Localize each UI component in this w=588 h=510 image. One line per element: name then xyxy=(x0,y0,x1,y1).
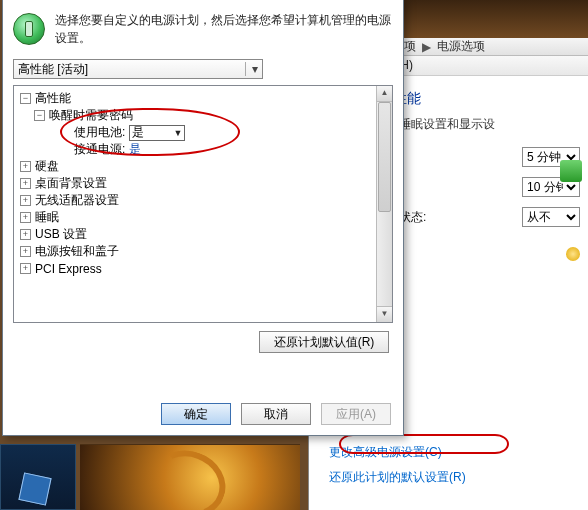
power-options-dialog: 选择您要自定义的电源计划，然后选择您希望计算机管理的电源设置。 高性能 [活动]… xyxy=(2,0,404,436)
collapse-icon[interactable]: − xyxy=(34,110,45,121)
tree-item-on-battery[interactable]: 使用电池: 是 ▼ xyxy=(20,124,392,141)
tree-item-desktop-bg[interactable]: + 桌面背景设置 xyxy=(20,175,392,192)
tree-item-usb[interactable]: + USB 设置 xyxy=(20,226,392,243)
chevron-right-icon: ▶ xyxy=(422,40,431,54)
tree-label: 高性能 xyxy=(35,90,71,107)
collapse-icon[interactable]: − xyxy=(20,93,31,104)
expand-icon[interactable]: + xyxy=(20,229,31,240)
tree-item-hdd[interactable]: + 硬盘 xyxy=(20,158,392,175)
taskbar-tile xyxy=(0,444,76,510)
tree-label: USB 设置 xyxy=(35,226,87,243)
chevron-down-icon: ▼ xyxy=(173,128,182,138)
cancel-button[interactable]: 取消 xyxy=(241,403,311,425)
background-artwork xyxy=(80,444,300,510)
expand-icon[interactable]: + xyxy=(20,212,31,223)
tree-item-root[interactable]: − 高性能 xyxy=(20,90,392,107)
dialog-description: 选择您要自定义的电源计划，然后选择您希望计算机管理的电源设置。 xyxy=(55,11,393,47)
restore-row: 还原计划默认值(R) xyxy=(3,331,389,353)
sun-icon xyxy=(566,247,580,261)
tree-label: 接通电源: xyxy=(74,141,125,158)
link-restore-defaults[interactable]: 还原此计划的默认设置(R) xyxy=(329,469,580,486)
link-advanced-power[interactable]: 更改高级电源设置(C) xyxy=(329,444,580,461)
sleep-select[interactable]: 从不 xyxy=(522,207,580,227)
tree-label: PCI Express xyxy=(35,262,102,276)
ok-button[interactable]: 确定 xyxy=(161,403,231,425)
app-icon xyxy=(18,472,51,505)
power-plan-icon xyxy=(13,13,45,45)
breadcrumb-item[interactable]: 电源选项 xyxy=(437,38,485,55)
scroll-down-button[interactable]: ▼ xyxy=(377,306,392,322)
battery-icon xyxy=(560,160,582,182)
apply-button[interactable]: 应用(A) xyxy=(321,403,391,425)
dropdown-value: 是 xyxy=(132,124,144,141)
tree-label: 电源按钮和盖子 xyxy=(35,243,119,260)
tree-label: 使用电池: xyxy=(74,124,125,141)
expand-icon[interactable]: + xyxy=(20,195,31,206)
tree-item-wireless[interactable]: + 无线适配器设置 xyxy=(20,192,392,209)
tree-item-plugged-in[interactable]: 接通电源: 是 xyxy=(20,141,392,158)
tree-label: 唤醒时需要密码 xyxy=(49,107,133,124)
plan-dropdown-value: 高性能 [活动] xyxy=(18,61,88,78)
chevron-down-icon: ▾ xyxy=(245,62,258,76)
tree-item-sleep[interactable]: + 睡眠 xyxy=(20,209,392,226)
scrollbar[interactable]: ▲ ▼ xyxy=(376,86,392,322)
plugged-in-value[interactable]: 是 xyxy=(129,141,141,158)
tree-label: 硬盘 xyxy=(35,158,59,175)
expand-icon[interactable]: + xyxy=(20,246,31,257)
tree-item-wake-password[interactable]: − 唤醒时需要密码 xyxy=(20,107,392,124)
tree-item-power-buttons[interactable]: + 电源按钮和盖子 xyxy=(20,243,392,260)
dialog-buttons: 确定 取消 应用(A) xyxy=(161,403,391,425)
dialog-header: 选择您要自定义的电源计划，然后选择您希望计算机管理的电源设置。 xyxy=(3,7,403,55)
tree-label: 无线适配器设置 xyxy=(35,192,119,209)
scroll-up-button[interactable]: ▲ xyxy=(377,86,392,102)
scroll-thumb[interactable] xyxy=(378,102,391,212)
tree-label: 桌面背景设置 xyxy=(35,175,107,192)
on-battery-dropdown[interactable]: 是 ▼ xyxy=(129,125,185,141)
bottom-links: 更改高级电源设置(C) 还原此计划的默认设置(R) xyxy=(329,436,580,494)
plan-select-row: 高性能 [活动] ▾ xyxy=(13,59,393,79)
plan-dropdown[interactable]: 高性能 [活动] ▾ xyxy=(13,59,263,79)
expand-icon[interactable]: + xyxy=(20,263,31,274)
settings-tree: − 高性能 − 唤醒时需要密码 使用电池: 是 ▼ 接通电源: 是 + 硬盘 xyxy=(13,85,393,323)
tree-label: 睡眠 xyxy=(35,209,59,226)
expand-icon[interactable]: + xyxy=(20,178,31,189)
restore-defaults-button[interactable]: 还原计划默认值(R) xyxy=(259,331,389,353)
tree-item-pci[interactable]: + PCI Express xyxy=(20,260,392,277)
expand-icon[interactable]: + xyxy=(20,161,31,172)
